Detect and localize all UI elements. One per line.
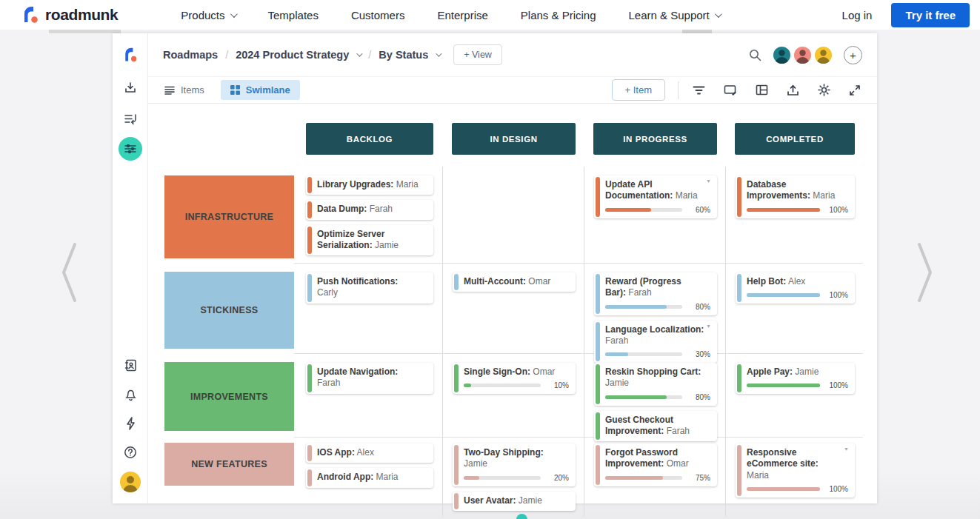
brand-wordmark: roadmunk (45, 6, 118, 24)
add-item-button[interactable]: + Item (612, 79, 666, 101)
roadmap-item-card[interactable]: Multi-Account: Omar (453, 272, 576, 292)
nav-item-customers[interactable]: Customers (351, 9, 405, 21)
roadmap-item-card[interactable]: Guest Checkout Improvement: Farah (594, 411, 717, 442)
roadmap-item-card[interactable]: Responsive eCommerce site: Maria▼100% (736, 443, 855, 498)
add-collaborator-button[interactable]: + (844, 46, 862, 64)
toolbar-divider (678, 81, 679, 99)
tab-items[interactable]: Items (164, 84, 204, 96)
roadmap-item-card[interactable]: Reskin Shopping Cart: Jamie80% (594, 363, 717, 406)
progress-fill (747, 208, 820, 212)
progress-fill (605, 395, 667, 399)
nav-item-enterprise[interactable]: Enterprise (437, 9, 487, 21)
bell-icon[interactable] (113, 388, 148, 401)
add-view-button[interactable]: + View (453, 44, 502, 65)
search-icon[interactable] (749, 49, 761, 61)
item-list-icon[interactable] (113, 113, 148, 126)
nav-item-products[interactable]: Products (181, 9, 235, 21)
carousel-next-arrow-icon[interactable] (917, 242, 933, 303)
breadcrumb: Roadmaps / 2024 Product Strategy / By St… (163, 49, 440, 61)
card-title: Forgot Password Improvement: Omar (605, 447, 710, 470)
roadmap-item-card[interactable]: Update API Documentation: Maria▼60% (594, 175, 717, 218)
roadmap-item-card[interactable]: Database Improvements: Maria100% (736, 175, 855, 218)
try-it-free-button[interactable]: Try it free (891, 3, 970, 27)
user-avatar[interactable] (113, 472, 148, 492)
roadmap-item-card[interactable]: Optimize Server Serialization: Jamie (306, 225, 433, 256)
card-settings-icon[interactable] (724, 84, 737, 96)
roadmap-item-card[interactable]: Help Bot: Alex100% (736, 272, 855, 304)
collaborator-avatar[interactable] (772, 45, 792, 65)
help-icon[interactable] (113, 446, 148, 459)
toolbar-icons (693, 84, 861, 96)
chevron-down-icon (230, 10, 237, 18)
roadmap-item-card[interactable]: Library Upgrades: Maria (306, 175, 433, 195)
nav-item-plans-pricing[interactable]: Plans & Pricing (521, 9, 596, 21)
chevron-down-icon[interactable] (356, 50, 362, 56)
swimlane-grid-icon (230, 85, 240, 95)
roadmap-item-card[interactable]: Android App: Maria (306, 468, 433, 487)
card-title: IOS App: Alex (317, 447, 427, 458)
card-title: Guest Checkout Improvement: Farah (605, 415, 710, 438)
roadmunk-logo[interactable]: roadmunk (21, 5, 118, 24)
card-title: Reward (Progress Bar): Farah (605, 276, 710, 299)
roadmap-item-card[interactable]: Push Notifications: Carly (306, 272, 433, 304)
progress-track (464, 384, 541, 387)
roadmap-item-card[interactable]: Reward (Progress Bar): Farah80% (594, 272, 717, 315)
roadmap-item-card[interactable]: Two-Day Shipping: Jamie20% (453, 443, 576, 486)
breadcrumb-roadmap-name[interactable]: 2024 Product Strategy (236, 49, 349, 61)
row-label: STICKINESS (164, 272, 294, 349)
card-title: Library Upgrades: Maria (317, 179, 427, 190)
collaborator-avatar[interactable] (793, 45, 813, 65)
card-accent-bar (307, 177, 312, 193)
nav-item-learn-support[interactable]: Learn & Support (629, 9, 720, 21)
progress-bar: 100% (747, 381, 848, 389)
swimlane-row: NEW FEATURESIOS App: AlexAndroid App: Ma… (164, 437, 877, 492)
collaborator-avatar[interactable] (813, 45, 833, 65)
progress-track (605, 395, 682, 399)
header-right: + (749, 45, 862, 65)
app-logo[interactable] (113, 47, 148, 63)
card-dropdown-caret-icon[interactable]: ▼ (706, 324, 711, 329)
filter-icon[interactable] (693, 85, 705, 96)
card-accent-bar (454, 493, 459, 509)
breadcrumb-view-name[interactable]: By Status (379, 49, 428, 61)
roadmap-item-card[interactable]: Forgot Password Improvement: Omar75% (594, 443, 717, 486)
roadmunk-app-screenshot: Roadmaps / 2024 Product Strategy / By St… (113, 33, 877, 503)
active-view-icon[interactable] (113, 137, 148, 161)
card-accent-bar (307, 201, 312, 218)
settings-icon[interactable] (818, 84, 830, 96)
carousel-prev-arrow-icon[interactable] (61, 242, 77, 303)
card-title: Update API Documentation: Maria (605, 179, 710, 202)
roadmap-item-card[interactable]: IOS App: Alex (306, 443, 433, 463)
lightning-icon[interactable] (113, 417, 148, 430)
export-icon[interactable] (787, 84, 799, 96)
row-label: IMPROVEMENTS (164, 362, 294, 431)
card-dropdown-caret-icon[interactable]: ▼ (706, 178, 711, 184)
roadmap-item-card[interactable]: Apple Pay: Jamie100% (736, 363, 855, 394)
card-title: Android App: Maria (317, 472, 427, 483)
address-book-icon[interactable] (113, 359, 148, 372)
layout-icon[interactable] (756, 84, 768, 96)
card-accent-bar (307, 445, 312, 461)
import-tray-icon[interactable] (113, 81, 148, 95)
breadcrumb-roadmaps[interactable]: Roadmaps (163, 49, 218, 61)
chevron-down-icon[interactable] (436, 50, 441, 56)
row-label: INFRASTRUCTURE (164, 175, 294, 258)
board-cell: Two-Day Shipping: Jamie20%User Avatar: J… (442, 437, 584, 516)
roadmap-item-card[interactable]: Update Navigation: Farah (306, 363, 433, 394)
roadmap-item-card[interactable]: User Avatar: Jamie (453, 492, 576, 511)
fullscreen-icon[interactable] (849, 84, 861, 96)
progress-percent-label: 60% (690, 206, 710, 214)
card-title: Two-Day Shipping: Jamie (464, 447, 569, 470)
roadmunk-logo-icon (21, 5, 40, 24)
progress-fill (605, 352, 628, 356)
tab-swimlane[interactable]: Swimlane (221, 80, 300, 100)
roadmap-item-card[interactable]: Language Localization: Farah▼30% (594, 321, 717, 364)
roadmap-item-card[interactable]: Data Dump: Farah (306, 200, 433, 219)
nav-item-templates[interactable]: Templates (268, 9, 319, 21)
login-link[interactable]: Log in (842, 9, 873, 21)
card-dropdown-caret-icon[interactable]: ▼ (844, 446, 849, 452)
roadmap-item-card[interactable]: Single Sign-On: Omar10% (453, 363, 576, 394)
progress-track (605, 208, 682, 212)
toolbar-right: + Item (612, 79, 861, 101)
board-cell: Forgot Password Improvement: Omar75% (584, 437, 725, 516)
